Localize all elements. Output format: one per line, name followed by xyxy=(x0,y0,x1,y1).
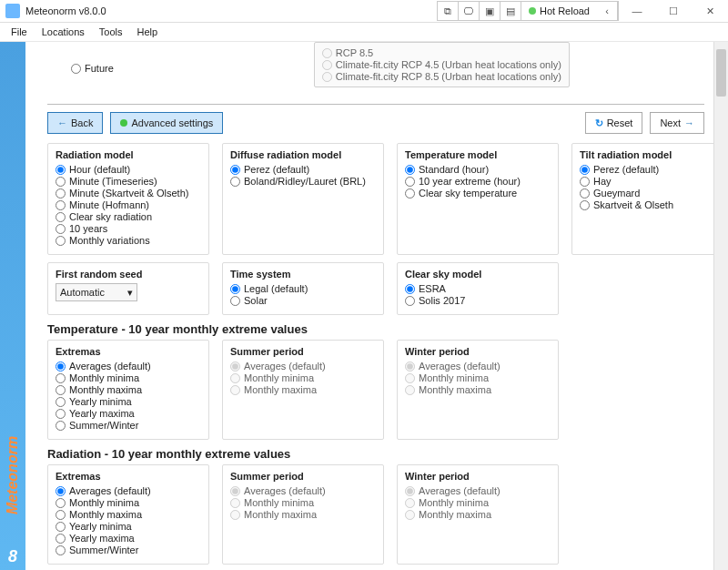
content-area: Future RCP 8.5 Climate-fit.city RCP 4.5 … xyxy=(25,42,728,570)
menu-file[interactable]: File xyxy=(4,25,35,39)
temperature-model-box: Temperature model Standard (hour) 10 yea… xyxy=(397,143,559,255)
rad10-summer-box: Summer period Averages (default) Monthly… xyxy=(222,464,384,565)
radiation-model-box: Radiation model Hour (default) Minute (T… xyxy=(47,143,209,255)
scrollbar[interactable] xyxy=(713,42,728,570)
cf45-radio[interactable] xyxy=(322,60,332,70)
menu-help[interactable]: Help xyxy=(130,25,166,39)
rwn-mmin-radio[interactable] xyxy=(405,498,415,508)
re-mmin-radio[interactable] xyxy=(56,498,66,508)
rad10-extremas-box: Extremas Averages (default) Monthly mini… xyxy=(47,464,209,565)
cf85-radio[interactable] xyxy=(322,72,332,82)
debug-toolbar: ⧉ 🖵 ▣ ▤ Hot Reload ‹ xyxy=(437,1,619,21)
back-button[interactable]: ←Back xyxy=(47,112,103,134)
twn-mmin-radio[interactable] xyxy=(405,373,415,383)
toolbar: ←Back Advanced settings ↻Reset Next→ xyxy=(47,104,704,134)
temp10-winter-box: Winter period Averages (default) Monthly… xyxy=(397,340,559,440)
cs-esra-radio[interactable] xyxy=(405,284,415,294)
tlm-perez-radio[interactable] xyxy=(580,165,590,175)
seed-box: First random seed Automatic▾ xyxy=(47,262,209,315)
window-title: Meteonorm v8.0.0 xyxy=(25,5,437,16)
brand-version: 8 xyxy=(8,547,17,566)
dot-icon xyxy=(120,119,127,127)
rm-mv-radio[interactable] xyxy=(56,236,66,246)
debug-select-icon[interactable]: ⧉ xyxy=(438,2,459,20)
re-sw-radio[interactable] xyxy=(56,545,66,555)
climate-scenario-box: RCP 8.5 Climate-fit.city RCP 4.5 (Urban … xyxy=(314,42,570,87)
rwn-avg-radio[interactable] xyxy=(405,486,415,496)
dm-perez-radio[interactable] xyxy=(230,165,240,175)
rm-ts-radio[interactable] xyxy=(56,177,66,187)
minimize-button[interactable]: — xyxy=(619,0,655,22)
titlebar: Meteonorm v8.0.0 ⧉ 🖵 ▣ ▤ Hot Reload ‹ — … xyxy=(0,0,728,23)
temp10-extremas-box: Extremas Averages (default) Monthly mini… xyxy=(47,340,209,440)
future-label: Future xyxy=(85,63,114,74)
rsm-avg-radio[interactable] xyxy=(230,486,240,496)
temp10-summer-box: Summer period Averages (default) Monthly… xyxy=(222,340,384,440)
time-system-box: Time system Legal (default) Solar xyxy=(222,262,384,315)
te-mmin-radio[interactable] xyxy=(56,373,66,383)
tsm-mmax-radio[interactable] xyxy=(230,385,240,395)
clearsky-box: Clear sky model ESRA Solis 2017 xyxy=(397,262,559,315)
re-ymin-radio[interactable] xyxy=(56,522,66,532)
debug-chevron-icon[interactable]: ‹ xyxy=(597,2,618,20)
seed-select[interactable]: Automatic▾ xyxy=(56,283,137,301)
menu-locations[interactable]: Locations xyxy=(35,25,92,39)
twn-mmax-radio[interactable] xyxy=(405,385,415,395)
reset-icon: ↻ xyxy=(595,117,603,129)
rwn-mmax-radio[interactable] xyxy=(405,510,415,520)
reset-button[interactable]: ↻Reset xyxy=(585,112,643,134)
debug-display-icon[interactable]: 🖵 xyxy=(459,2,480,20)
rm-cs-radio[interactable] xyxy=(56,212,66,222)
tsm-mmin-radio[interactable] xyxy=(230,373,240,383)
tilt-model-box: Tilt radiation model Perez (default) Hay… xyxy=(571,143,728,255)
tm-cs-radio[interactable] xyxy=(405,188,415,198)
menubar: File Locations Tools Help xyxy=(0,23,728,42)
hot-reload-button[interactable]: Hot Reload xyxy=(521,2,597,20)
dm-brl-radio[interactable] xyxy=(230,177,240,187)
re-ymax-radio[interactable] xyxy=(56,534,66,544)
re-avg-radio[interactable] xyxy=(56,486,66,496)
rm-so-radio[interactable] xyxy=(56,188,66,198)
tm-std-radio[interactable] xyxy=(405,165,415,175)
brand-logo: Meteonorm xyxy=(5,436,21,514)
maximize-button[interactable]: ☐ xyxy=(655,0,692,22)
rsm-mmax-radio[interactable] xyxy=(230,510,240,520)
te-avg-radio[interactable] xyxy=(56,361,66,372)
ts-legal-radio[interactable] xyxy=(230,284,240,294)
arrow-right-icon: → xyxy=(684,117,694,128)
debug-layout-icon[interactable]: ▣ xyxy=(480,2,500,20)
tlm-so-radio[interactable] xyxy=(580,200,590,210)
rad10-heading: Radiation - 10 year monthly extreme valu… xyxy=(47,447,704,461)
rsm-mmin-radio[interactable] xyxy=(230,498,240,508)
rm-10y-radio[interactable] xyxy=(56,224,66,234)
debug-focus-icon[interactable]: ▤ xyxy=(500,2,521,20)
advanced-settings-button[interactable]: Advanced settings xyxy=(110,112,223,134)
arrow-left-icon: ← xyxy=(57,117,67,128)
diffuse-model-box: Diffuse radiation model Perez (default) … xyxy=(222,143,384,255)
chevron-down-icon: ▾ xyxy=(127,287,133,299)
te-ymin-radio[interactable] xyxy=(56,397,66,407)
ts-solar-radio[interactable] xyxy=(230,296,240,306)
tm-10y-radio[interactable] xyxy=(405,177,415,187)
menu-tools[interactable]: Tools xyxy=(92,25,130,39)
re-mmax-radio[interactable] xyxy=(56,510,66,520)
te-ymax-radio[interactable] xyxy=(56,409,66,419)
future-radio[interactable] xyxy=(71,64,81,74)
temp10-heading: Temperature - 10 year monthly extreme va… xyxy=(47,322,704,336)
rm-hour-radio[interactable] xyxy=(56,165,66,175)
close-button[interactable]: ✕ xyxy=(692,0,728,22)
next-button[interactable]: Next→ xyxy=(650,112,704,134)
tlm-guey-radio[interactable] xyxy=(580,188,590,198)
app-icon xyxy=(5,4,20,18)
rcp85-radio[interactable] xyxy=(322,48,332,58)
rm-hof-radio[interactable] xyxy=(56,200,66,210)
te-sw-radio[interactable] xyxy=(56,421,66,431)
te-mmax-radio[interactable] xyxy=(56,385,66,395)
tsm-avg-radio[interactable] xyxy=(230,361,240,372)
cs-solis-radio[interactable] xyxy=(405,296,415,306)
scrollbar-thumb[interactable] xyxy=(716,49,726,97)
twn-avg-radio[interactable] xyxy=(405,361,415,372)
sidebar: Meteonorm 8 xyxy=(0,42,25,570)
tlm-hay-radio[interactable] xyxy=(580,177,590,187)
rad10-winter-box: Winter period Averages (default) Monthly… xyxy=(397,464,559,565)
